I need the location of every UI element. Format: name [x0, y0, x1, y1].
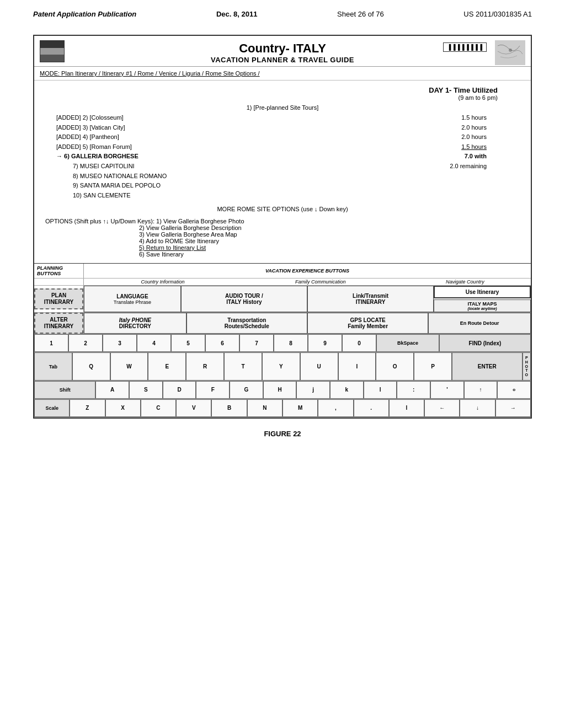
key-g[interactable]: G: [230, 381, 263, 399]
key-d[interactable]: D: [163, 381, 196, 399]
key-x[interactable]: X: [105, 399, 141, 417]
key-o2[interactable]: o: [497, 381, 531, 399]
planning-space: [34, 279, 84, 285]
day-sub: (9 am to 6 pm): [45, 94, 498, 101]
svg-rect-0: [495, 40, 525, 65]
use-itinerary-button[interactable]: Use Itinerary: [434, 286, 531, 298]
site-list: [ADDED] 2) [Colosseum] 1.5 hours [ADDED]…: [56, 113, 520, 200]
key-7[interactable]: 7: [239, 334, 274, 352]
page-header: Patent Application Publication Dec. 8, 2…: [0, 0, 565, 24]
svg-point-1: [509, 49, 512, 52]
key-slash[interactable]: l: [389, 399, 424, 417]
list-item: 9) SANTA MARIA DEL POPOLO: [56, 181, 520, 191]
key-tab[interactable]: Tab: [34, 352, 72, 380]
option-item: 3) View Galleria Borghese Area Map: [51, 231, 520, 238]
alter-itinerary-button[interactable]: ALTERITINERARY: [34, 313, 84, 334]
pre-planned: 1) [Pre-planned Site Tours]: [45, 104, 520, 111]
option-item: 6) Save Itinerary: [51, 251, 520, 258]
audio-tour-button[interactable]: AUDIO TOUR / ITALY History: [181, 286, 307, 312]
key-r[interactable]: R: [186, 352, 224, 380]
key-i[interactable]: I: [338, 352, 376, 380]
option-item-underline: 5) Return to Itinerary List: [51, 244, 520, 251]
key-k[interactable]: k: [330, 381, 364, 399]
list-item: [ADDED] 3) [Vatican City] 2.0 hours: [56, 123, 520, 133]
key-scale[interactable]: Scale: [34, 399, 70, 417]
key-right[interactable]: →: [495, 399, 531, 417]
key-o[interactable]: O: [376, 352, 414, 380]
key-row-top: Tab Q W E R T Y U I O P ENTER PHOTO: [34, 352, 531, 381]
key-left[interactable]: ←: [424, 399, 460, 417]
list-item: 8) MUSEO NATIONALE ROMANO: [56, 172, 520, 181]
key-2[interactable]: 2: [68, 334, 103, 352]
date-label: Dec. 8, 2011: [216, 10, 257, 18]
key-y[interactable]: Y: [262, 352, 300, 380]
sheet-label: Sheet 26 of 76: [337, 10, 384, 18]
key-f[interactable]: F: [196, 381, 230, 399]
key-l[interactable]: l: [364, 381, 397, 399]
key-m[interactable]: M: [282, 399, 318, 417]
key-backspace[interactable]: BkSpace: [376, 334, 439, 352]
gps-locate-button[interactable]: GPS LOCATE Family Member: [307, 313, 428, 334]
key-5[interactable]: 5: [171, 334, 205, 352]
mode-label: MODE: Plan Itinerary / Itinerary #1 / Ro…: [40, 70, 260, 77]
key-3[interactable]: 3: [103, 334, 137, 352]
list-item: [ADDED] 4) [Pantheon] 2.0 hours: [56, 132, 520, 142]
key-n[interactable]: N: [247, 399, 282, 417]
key-shift[interactable]: Shift: [34, 381, 95, 399]
key-c[interactable]: C: [141, 399, 176, 417]
publication-label: Patent Application Publication: [33, 10, 136, 18]
key-9[interactable]: 9: [308, 334, 342, 352]
key-h[interactable]: H: [263, 381, 297, 399]
key-e[interactable]: E: [148, 352, 186, 380]
plan-itinerary-button[interactable]: PLAN ITINERARY: [34, 286, 84, 312]
key-j[interactable]: j: [296, 381, 330, 399]
link-transmit-button[interactable]: Link/Transmit ITINERARY: [307, 286, 434, 312]
key-a[interactable]: A: [95, 381, 129, 399]
key-row-numbers: 1 2 3 4 5 6 7 8 9 0 BkSpace FIND (Index): [34, 334, 531, 352]
key-quote[interactable]: ': [430, 381, 464, 399]
key-1[interactable]: 1: [34, 334, 68, 352]
key-0[interactable]: 0: [342, 334, 376, 352]
vac-exp-label: VACATION EXPERIENCE BUTTONS: [84, 268, 531, 274]
en-route-button[interactable]: En Route Detour: [428, 313, 531, 334]
more-options: MORE ROME SITE OPTIONS (use ↓ Down key): [45, 206, 520, 212]
transportation-button[interactable]: Transportation Routes/Schedule: [186, 313, 307, 334]
key-8[interactable]: 8: [274, 334, 308, 352]
key-b[interactable]: B: [211, 399, 247, 417]
key-row-home: Shift A S D F G H j k l : ' ↑ o: [34, 381, 531, 399]
key-s[interactable]: S: [129, 381, 163, 399]
buttons-section: PLANNING BUTTONS VACATION EXPERIENCE BUT…: [34, 263, 531, 417]
mode-bar: MODE: Plan Itinerary / Itinerary #1 / Ro…: [34, 67, 531, 81]
italy-phone-button[interactable]: Italy PHONE DIRECTORY: [84, 313, 186, 334]
key-6[interactable]: 6: [205, 334, 239, 352]
key-w[interactable]: W: [110, 352, 148, 380]
key-enter[interactable]: ENTER: [452, 352, 523, 380]
family-comm-label: Family Communication: [242, 279, 399, 285]
key-photo[interactable]: PHOTO: [523, 352, 531, 380]
key-up[interactable]: ↑: [464, 381, 498, 399]
option-item: 4) Add to ROME Site Itinerary: [51, 238, 520, 244]
key-4[interactable]: 4: [137, 334, 171, 352]
language-button[interactable]: LANGUAGE Translate Phrase: [84, 286, 181, 312]
button-row-1: PLAN ITINERARY LANGUAGE Translate Phrase…: [34, 286, 531, 313]
key-q[interactable]: Q: [72, 352, 110, 380]
title-bar: Country- ITALY VACATION PLANNER & TRAVEL…: [34, 36, 531, 67]
option-item: 2) View Galleria Borghese Description: [51, 224, 520, 231]
key-v[interactable]: V: [176, 399, 211, 417]
list-item-highlighted: → 6) GALLERIA BORGHESE 7.0 with: [56, 152, 520, 162]
options-header: OPTIONS (Shift plus ↑↓ Up/Down Keys): 1)…: [45, 218, 520, 224]
key-period[interactable]: .: [354, 399, 389, 417]
italy-maps-button[interactable]: ITALY MAPS (locate anytime): [434, 299, 531, 312]
key-down[interactable]: ↓: [460, 399, 495, 417]
key-p[interactable]: P: [414, 352, 452, 380]
main-container: Country- ITALY VACATION PLANNER & TRAVEL…: [33, 35, 532, 419]
key-u[interactable]: U: [300, 352, 338, 380]
key-find[interactable]: FIND (Index): [439, 334, 531, 352]
key-z[interactable]: Z: [70, 399, 105, 417]
key-colon[interactable]: :: [397, 381, 430, 399]
flag-icon: [40, 40, 65, 62]
key-comma[interactable]: ,: [318, 399, 353, 417]
day-header: DAY 1- Time Utilized (9 am to 6 pm): [45, 86, 520, 101]
key-t[interactable]: T: [224, 352, 262, 380]
list-item: [ADDED] 2) [Colosseum] 1.5 hours: [56, 113, 520, 123]
